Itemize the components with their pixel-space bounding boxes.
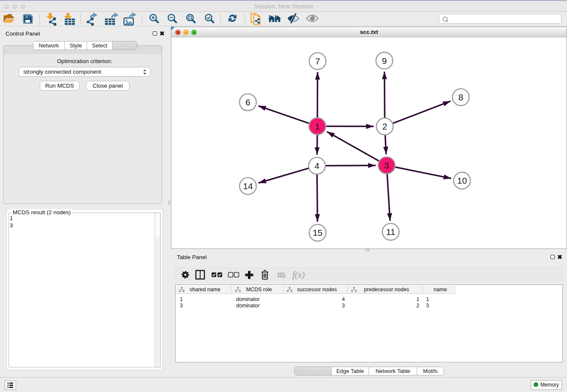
svg-text:6: 6 [245,97,250,107]
svg-text:10: 10 [457,176,467,185]
svg-text:14: 14 [243,181,253,191]
svg-text:1: 1 [315,121,320,131]
svg-text:4: 4 [314,161,319,171]
svg-text:7: 7 [315,56,320,66]
svg-text:9: 9 [382,56,387,66]
svg-text:2: 2 [382,121,387,131]
svg-text:8: 8 [458,92,463,102]
svg-text:11: 11 [386,227,395,237]
svg-text:3: 3 [384,160,389,170]
svg-text:15: 15 [313,228,322,237]
svg-text:f(x): f(x) [292,270,305,280]
